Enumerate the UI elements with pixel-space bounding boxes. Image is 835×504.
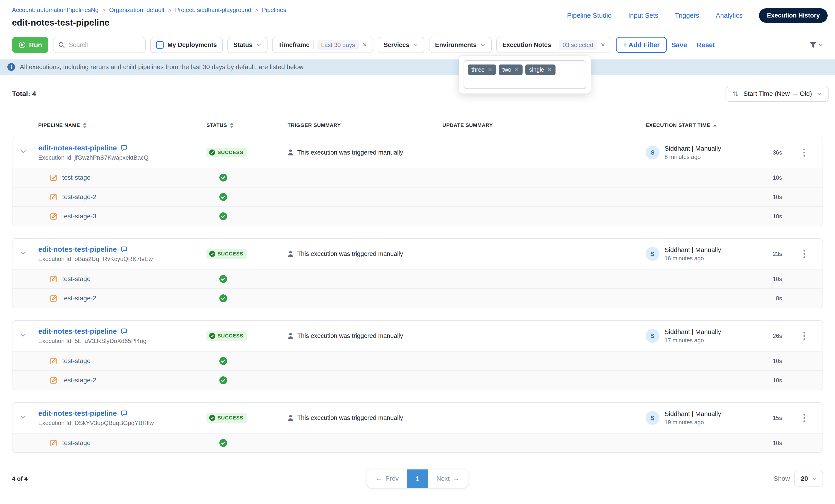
expand-chevron-icon[interactable]: [20, 332, 27, 338]
stage-edit-icon: [50, 294, 58, 302]
filter-menu-button[interactable]: [809, 41, 823, 48]
success-check-icon: [209, 415, 215, 421]
stage-duration: 10s: [742, 377, 793, 384]
success-check-icon: [209, 149, 215, 155]
chevron-down-icon: [413, 42, 419, 48]
stage-name-link[interactable]: test-stage: [62, 439, 90, 447]
note-tag-label: two: [502, 66, 511, 73]
comment-icon[interactable]: [121, 410, 127, 417]
stage-row[interactable]: test-stage 10s: [13, 351, 822, 371]
page-1-button[interactable]: 1: [407, 469, 428, 488]
chevron-down-icon: [256, 42, 262, 48]
timeframe-clear-icon[interactable]: ✕: [363, 42, 367, 48]
timeframe-value: Last 30 days: [318, 40, 359, 50]
stage-name-link[interactable]: test-stage-2: [62, 193, 96, 201]
stage-row[interactable]: test-stage 10s: [13, 433, 822, 453]
expand-chevron-icon[interactable]: [20, 414, 27, 420]
next-page-button[interactable]: Next →: [428, 469, 468, 488]
success-check-icon: [209, 251, 215, 257]
search-input[interactable]: [53, 37, 146, 53]
run-button[interactable]: Run: [12, 37, 48, 53]
pipeline-name-link[interactable]: edit-notes-test-pipeline: [38, 144, 117, 152]
page-size-select[interactable]: 20: [794, 471, 823, 486]
stage-name-link[interactable]: test-stage: [62, 174, 90, 181]
stage-success-icon: [219, 357, 227, 365]
row-menu-button[interactable]: [793, 248, 815, 260]
stage-name-link[interactable]: test-stage: [62, 275, 90, 282]
stage-edit-icon: [50, 376, 58, 384]
my-deployments-checkbox[interactable]: [156, 41, 164, 48]
timeframe-filter[interactable]: Timeframe Last 30 days ✕: [272, 37, 373, 53]
execution-row[interactable]: edit-notes-test-pipeline Execution Id: D…: [13, 403, 822, 433]
avatar: S: [646, 247, 659, 261]
breadcrumb-link[interactable]: Project: siddhant-playground: [175, 6, 251, 14]
row-menu-button[interactable]: [793, 412, 815, 424]
row-menu-button[interactable]: [793, 147, 815, 159]
stage-name-link[interactable]: test-stage-3: [62, 213, 96, 220]
stage-row[interactable]: test-stage-2 10s: [13, 371, 822, 390]
save-filter-button[interactable]: Save: [671, 41, 687, 49]
pipeline-name-link[interactable]: edit-notes-test-pipeline: [38, 245, 117, 254]
breadcrumb-separator: >: [168, 7, 171, 13]
comment-icon[interactable]: [121, 145, 127, 151]
stage-row[interactable]: test-stage-2 8s: [13, 288, 822, 308]
stage-name-link[interactable]: test-stage: [62, 357, 90, 365]
stage-row[interactable]: test-stage 10s: [13, 269, 822, 288]
note-tag-remove-icon[interactable]: ✕: [488, 67, 492, 73]
stage-duration: 10s: [742, 276, 793, 282]
execution-notes-filter[interactable]: Execution Notes 03 selected ✕: [496, 37, 611, 53]
breadcrumb-link[interactable]: Pipelines: [262, 6, 286, 14]
breadcrumb-link[interactable]: Account: automationPipelinesNg: [12, 6, 99, 14]
services-filter[interactable]: Services: [378, 37, 424, 53]
header-execution-start-time[interactable]: EXECUTION START TIME: [646, 122, 742, 128]
sort-updown-icon: [732, 90, 739, 97]
expand-chevron-icon[interactable]: [20, 148, 27, 155]
note-tag[interactable]: two✕: [498, 64, 523, 75]
avatar: S: [646, 146, 659, 160]
row-menu-button[interactable]: [793, 330, 815, 342]
note-tag[interactable]: single✕: [525, 64, 555, 75]
info-banner: All executions, including reruns and chi…: [0, 59, 835, 75]
execution-row[interactable]: edit-notes-test-pipeline Execution Id: o…: [13, 239, 822, 269]
header-pipeline-name[interactable]: PIPELINE NAME: [38, 122, 206, 128]
my-deployments-toggle[interactable]: My Deployments: [150, 37, 223, 53]
execution-row[interactable]: edit-notes-test-pipeline Execution Id: j…: [13, 137, 822, 168]
stage-row[interactable]: test-stage 10s: [13, 168, 822, 187]
breadcrumb-link[interactable]: Organization: default: [109, 6, 164, 14]
note-tag-remove-icon[interactable]: ✕: [547, 67, 552, 73]
stage-name-link[interactable]: test-stage-2: [62, 377, 96, 384]
note-tag[interactable]: three✕: [468, 64, 496, 75]
stage-row[interactable]: test-stage-2 10s: [13, 187, 822, 206]
status-filter[interactable]: Status: [227, 37, 268, 53]
expand-chevron-icon[interactable]: [20, 250, 27, 256]
triggered-by: Siddhant | Manually: [665, 410, 721, 418]
pipeline-name-link[interactable]: edit-notes-test-pipeline: [38, 327, 117, 336]
stage-name-link[interactable]: test-stage-2: [62, 295, 96, 302]
notes-tag-input[interactable]: three✕two✕single✕: [464, 60, 586, 89]
environments-filter[interactable]: Environments: [429, 37, 492, 53]
stage-edit-icon: [50, 212, 58, 220]
page-header: Account: automationPipelinesNg>Organizat…: [0, 0, 835, 28]
comment-icon[interactable]: [121, 246, 127, 253]
triggered-by: Siddhant | Manually: [665, 246, 721, 254]
chevron-down-icon: [817, 91, 822, 97]
comment-icon[interactable]: [121, 328, 127, 335]
nav-link[interactable]: Input Sets: [628, 12, 658, 19]
execution-row[interactable]: edit-notes-test-pipeline Execution Id: 5…: [13, 321, 822, 351]
sort-select[interactable]: Start Time (New → Old): [726, 86, 829, 102]
nav-link[interactable]: Analytics: [716, 12, 742, 19]
note-tag-remove-icon[interactable]: ✕: [514, 67, 519, 73]
execution-notes-clear-icon[interactable]: ✕: [601, 42, 605, 48]
add-filter-button[interactable]: + Add Filter: [616, 37, 667, 53]
nav-link[interactable]: Triggers: [675, 12, 699, 19]
nav-link-active[interactable]: Execution History: [759, 8, 828, 23]
prev-page-button[interactable]: ← Prev: [367, 469, 407, 488]
stage-success-icon: [219, 174, 227, 182]
reset-filter-button[interactable]: Reset: [697, 41, 715, 49]
execution-card: edit-notes-test-pipeline Execution Id: 5…: [12, 320, 823, 390]
breadcrumb-separator: >: [102, 7, 105, 13]
pipeline-name-link[interactable]: edit-notes-test-pipeline: [38, 409, 117, 418]
header-status[interactable]: STATUS: [206, 122, 288, 128]
nav-link[interactable]: Pipeline Studio: [567, 12, 611, 19]
stage-row[interactable]: test-stage-3 10s: [13, 206, 822, 226]
